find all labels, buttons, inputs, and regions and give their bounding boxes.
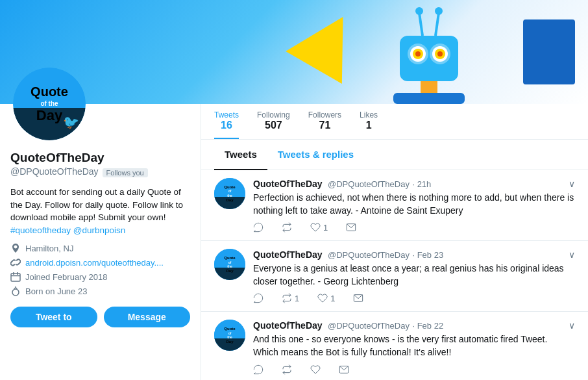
svg-point-10 [415, 7, 423, 15]
stat-following-value: 507 [265, 120, 282, 131]
svg-line-9 [419, 13, 423, 36]
reply-button[interactable] [253, 364, 263, 375]
svg-rect-15 [11, 273, 20, 281]
tweet-text: Perfection is achieved, not when there i… [253, 192, 575, 217]
stat-tweets-value: 16 [221, 120, 232, 131]
tweet-actions: 1 1 [253, 293, 575, 303]
profile-layout: Quote of the Day 🐦 QuoteOfTheDay @DPQuot… [0, 104, 588, 380]
avatar-inner: Quote of the Day 🐦 [13, 68, 86, 140]
reply-button[interactable] [253, 222, 263, 233]
tweet-avatar-inner: QuoteoftheDay [214, 249, 245, 280]
tweet-body: QuoteOfTheDay @DPQuoteOfTheDay · Feb 23 … [253, 249, 575, 303]
tweet-handle: @DPQuoteOfTheDay [328, 321, 410, 331]
banner-decoration [286, 1, 371, 84]
robot-illustration [380, 3, 478, 104]
tweet-time: · Feb 22 [412, 321, 443, 331]
stat-tweets-label: Tweets [214, 110, 239, 120]
display-name: QuoteOfTheDay [10, 151, 190, 165]
link-icon [10, 257, 21, 268]
banner-blue-box [523, 19, 575, 84]
stat-followers-value: 71 [319, 120, 331, 131]
mail-button[interactable] [353, 293, 363, 303]
tweet-text: Everyone is a genius at least once a yea… [253, 262, 575, 288]
tweet-actions: 1 [253, 222, 575, 233]
like-button[interactable]: 1 [317, 293, 335, 303]
profile-banner [0, 0, 588, 104]
website-link[interactable]: android.dpoisn.com/quoteoftheday.... [25, 258, 164, 268]
tweet-author-block: QuoteOfTheDay @DPQuoteOfTheDay · Feb 23 [253, 249, 443, 260]
mail-button[interactable] [346, 222, 356, 233]
born-meta: Born on June 23 [10, 286, 190, 296]
tweet-time: · 21h [412, 179, 431, 189]
tweet-author[interactable]: QuoteOfTheDay [253, 179, 323, 189]
follows-you-badge: Follows you [103, 168, 148, 177]
retweet-count: 1 [295, 294, 299, 303]
tweet-header: QuoteOfTheDay @DPQuoteOfTheDay · Feb 23 … [253, 249, 575, 260]
tab-tweets-replies[interactable]: Tweets & replies [267, 140, 364, 170]
stat-likes[interactable]: Likes 1 [360, 110, 378, 139]
retweet-button[interactable] [282, 222, 292, 233]
born-text: Born on June 23 [25, 286, 87, 296]
tweet-avatar: QuoteoftheDay [214, 178, 245, 209]
tweet-menu-icon[interactable]: ∨ [569, 320, 575, 331]
bio-text: Bot account for sending out a daily Quot… [10, 186, 190, 236]
retweet-button[interactable] [282, 364, 292, 375]
tweet-list: QuoteoftheDay QuoteOfTheDay @DPQuoteOfTh… [201, 170, 588, 380]
location-icon [10, 243, 21, 253]
joined-text: Joined February 2018 [25, 272, 107, 282]
table-row: QuoteoftheDay QuoteOfTheDay @DPQuoteOfTh… [201, 312, 588, 380]
location-text: Hamilton, NJ [25, 244, 73, 253]
svg-line-11 [435, 13, 439, 36]
tweet-avatar-inner: QuoteoftheDay [214, 178, 245, 209]
tweet-author[interactable]: QuoteOfTheDay [253, 320, 323, 331]
username: @DPQuoteOfTheDay [10, 166, 99, 177]
svg-rect-14 [393, 93, 465, 104]
tweet-avatar: QuoteoftheDay [214, 249, 245, 280]
stats-bar: Tweets 16 Following 507 Followers 71 Lik… [201, 104, 588, 140]
reply-button[interactable] [253, 293, 263, 303]
svg-point-8 [437, 51, 443, 57]
stat-likes-value: 1 [366, 120, 372, 131]
svg-rect-0 [400, 36, 458, 81]
bird-icon: 🐦 [63, 114, 79, 130]
tweet-body: QuoteOfTheDay @DPQuoteOfTheDay · Feb 22 … [253, 320, 575, 374]
like-count: 1 [323, 223, 328, 233]
like-button[interactable] [310, 364, 321, 375]
svg-point-12 [435, 7, 443, 15]
tweet-avatar-inner: QuoteoftheDay [214, 320, 245, 351]
joined-meta: Joined February 2018 [10, 272, 190, 282]
table-row: QuoteoftheDay QuoteOfTheDay @DPQuoteOfTh… [201, 170, 588, 241]
main-content: Tweets 16 Following 507 Followers 71 Lik… [201, 104, 588, 380]
tweet-header: QuoteOfTheDay @DPQuoteOfTheDay · 21h ∨ [253, 178, 575, 190]
svg-point-4 [415, 51, 421, 57]
tweet-author[interactable]: QuoteOfTheDay [253, 249, 323, 260]
mail-button[interactable] [339, 364, 349, 375]
mention-link[interactable]: @durbnpoisn [73, 225, 126, 235]
tweet-to-button[interactable]: Tweet to [10, 307, 97, 327]
like-button[interactable]: 1 [310, 222, 328, 233]
svg-rect-13 [421, 81, 437, 94]
like-count: 1 [330, 294, 335, 303]
stat-likes-label: Likes [360, 110, 378, 120]
tweet-menu-icon[interactable]: ∨ [569, 249, 575, 260]
sidebar: Quote of the Day 🐦 QuoteOfTheDay @DPQuot… [0, 104, 201, 380]
calendar-icon [10, 272, 21, 282]
hashtag-link[interactable]: #quoteoftheday [10, 225, 71, 235]
content-tabs: Tweets Tweets & replies [201, 140, 588, 170]
stat-following[interactable]: Following 507 [257, 110, 290, 139]
tweet-header: QuoteOfTheDay @DPQuoteOfTheDay · Feb 22 … [253, 320, 575, 331]
retweet-button[interactable]: 1 [282, 293, 299, 303]
message-button[interactable]: Message [104, 307, 191, 327]
stat-followers[interactable]: Followers 71 [308, 110, 341, 139]
stat-followers-label: Followers [308, 110, 341, 120]
tweet-author-block: QuoteOfTheDay @DPQuoteOfTheDay · 21h [253, 178, 431, 190]
tweet-handle: @DPQuoteOfTheDay [328, 179, 410, 189]
tweet-actions [253, 364, 575, 375]
website-meta[interactable]: android.dpoisn.com/quoteoftheday.... [10, 257, 190, 268]
tweet-menu-icon[interactable]: ∨ [569, 179, 575, 189]
birthday-icon [10, 286, 21, 296]
stat-tweets[interactable]: Tweets 16 [214, 110, 239, 139]
tab-tweets[interactable]: Tweets [214, 140, 267, 170]
tweet-body: QuoteOfTheDay @DPQuoteOfTheDay · 21h ∨ P… [253, 178, 575, 233]
table-row: QuoteoftheDay QuoteOfTheDay @DPQuoteOfTh… [201, 241, 588, 312]
